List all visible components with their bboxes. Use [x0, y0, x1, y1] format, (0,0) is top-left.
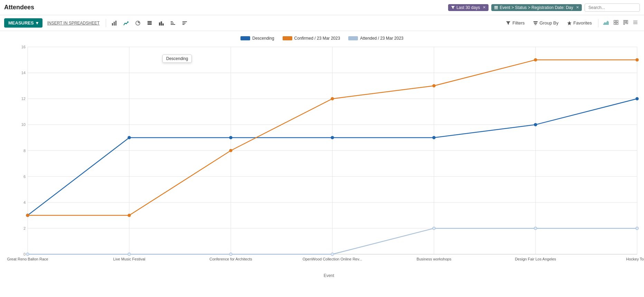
svg-rect-25: [614, 23, 616, 24]
svg-text:Hockey Toun: Hockey Toun: [626, 257, 644, 261]
svg-text:4: 4: [23, 200, 26, 205]
svg-point-75: [229, 136, 232, 139]
svg-text:10: 10: [21, 122, 26, 127]
svg-rect-17: [182, 23, 186, 23]
page-title: Attendees: [4, 4, 34, 11]
svg-point-85: [534, 59, 537, 61]
favorites-button[interactable]: Favorites: [564, 19, 595, 27]
column-chart-button[interactable]: [157, 19, 166, 27]
x-axis-label: Event: [14, 273, 644, 278]
svg-point-67: [128, 253, 131, 256]
svg-point-71: [534, 227, 537, 230]
kanban-view-button[interactable]: [621, 19, 630, 27]
svg-text:OpenWood Collection Online Rev: OpenWood Collection Online Rev...: [303, 257, 362, 261]
filters-label: Filters: [512, 20, 524, 26]
sort-asc-button[interactable]: [168, 19, 178, 27]
measures-label: MEASURES: [8, 20, 34, 26]
toolbar-right: Filters Group By Favorites: [502, 19, 640, 27]
svg-rect-8: [148, 22, 152, 23]
svg-rect-32: [633, 23, 637, 24]
legend-label-confirmed: Confirmed / 23 Mar 2023: [294, 36, 340, 41]
svg-rect-28: [625, 20, 626, 23]
top-bar: Attendees Last 30 days ✕ Event > Status …: [0, 0, 644, 15]
svg-rect-20: [534, 23, 537, 24]
filters-icon: [506, 21, 511, 26]
svg-rect-0: [494, 6, 498, 7]
main-chart-svg: 0246810121416Great Reno Ballon RaceLive …: [14, 43, 644, 271]
svg-rect-16: [182, 21, 187, 22]
chart-container: 0246810121416Great Reno Ballon RaceLive …: [0, 43, 644, 285]
layers-icon: [494, 6, 498, 10]
legend-item-descending: Descending: [240, 36, 274, 41]
legend-label-descending: Descending: [252, 36, 274, 41]
svg-marker-22: [567, 21, 571, 25]
svg-rect-30: [633, 21, 637, 21]
svg-rect-7: [148, 24, 152, 25]
line-chart-button[interactable]: [121, 19, 131, 27]
legend-item-attended: Attended / 23 Mar 2023: [348, 36, 403, 41]
svg-rect-10: [159, 22, 160, 26]
svg-rect-19: [533, 21, 537, 22]
svg-point-86: [636, 59, 638, 61]
svg-rect-26: [616, 23, 618, 24]
measures-button[interactable]: MEASURES ▾: [4, 18, 42, 28]
svg-rect-5: [115, 21, 116, 26]
toolbar: MEASURES ▾ INSERT IN SPREADSHEET: [0, 15, 644, 31]
filter-icon: [451, 6, 455, 10]
filters-button[interactable]: Filters: [502, 19, 528, 27]
top-bar-left: Attendees: [4, 4, 34, 11]
svg-point-70: [433, 227, 435, 230]
svg-rect-14: [171, 23, 174, 23]
stacked-chart-button[interactable]: [145, 19, 154, 27]
filter-event-close[interactable]: ✕: [576, 5, 579, 10]
area-view-icon: [603, 20, 609, 25]
grid-view-button[interactable]: [612, 19, 621, 27]
filter-event-tag[interactable]: Event > Status > Registration Date: Day …: [491, 4, 582, 11]
sort-desc-icon: [182, 20, 188, 26]
svg-point-77: [433, 136, 435, 139]
toolbar-left: MEASURES ▾ INSERT IN SPREADSHEET: [4, 18, 500, 28]
legend-swatch-confirmed: [283, 36, 292, 40]
svg-point-84: [433, 85, 435, 87]
svg-rect-15: [171, 24, 175, 25]
chart-area: Descending Confirmed / 23 Mar 2023 Atten…: [0, 31, 644, 297]
measures-chevron: ▾: [36, 20, 38, 26]
star-icon: [567, 21, 572, 26]
filter-last30-tag[interactable]: Last 30 days ✕: [448, 4, 489, 11]
svg-rect-3: [112, 23, 113, 26]
chart-legend: Descending Confirmed / 23 Mar 2023 Atten…: [0, 36, 644, 41]
svg-text:2: 2: [23, 226, 26, 230]
svg-point-74: [128, 136, 131, 139]
sort-desc-button[interactable]: [180, 19, 190, 27]
svg-point-78: [534, 123, 537, 126]
legend-label-attended: Attended / 23 Mar 2023: [360, 36, 403, 41]
svg-point-83: [331, 97, 334, 100]
svg-point-68: [229, 253, 232, 256]
legend-swatch-descending: [240, 36, 250, 40]
sort-asc-icon: [170, 20, 176, 26]
svg-text:16: 16: [21, 45, 26, 49]
filter-event-label: Event > Status > Registration Date: Day: [500, 5, 573, 10]
groupby-button[interactable]: Group By: [530, 19, 562, 27]
svg-point-66: [26, 253, 29, 256]
insert-spreadsheet-label: INSERT IN SPREADSHEET: [47, 21, 100, 26]
search-input[interactable]: [585, 3, 640, 12]
svg-text:Business workshops: Business workshops: [417, 257, 452, 261]
area-view-button[interactable]: [601, 19, 611, 27]
svg-point-81: [128, 214, 131, 217]
svg-rect-21: [534, 24, 536, 25]
svg-rect-4: [114, 22, 115, 26]
svg-text:8: 8: [23, 149, 26, 153]
insert-spreadsheet-button[interactable]: INSERT IN SPREADSHEET: [45, 19, 103, 27]
svg-point-82: [229, 149, 232, 152]
list-view-button[interactable]: [631, 19, 640, 27]
svg-rect-1: [494, 7, 498, 8]
svg-text:Live Music Festival: Live Music Festival: [113, 257, 145, 261]
bar-chart-button[interactable]: [110, 19, 119, 27]
favorites-label: Favorites: [574, 20, 592, 26]
pie-chart-button[interactable]: [133, 19, 143, 27]
svg-text:0: 0: [23, 252, 26, 256]
svg-text:Conference for Architects: Conference for Architects: [209, 257, 252, 261]
svg-point-79: [636, 97, 638, 100]
filter-last30-close[interactable]: ✕: [483, 5, 486, 10]
